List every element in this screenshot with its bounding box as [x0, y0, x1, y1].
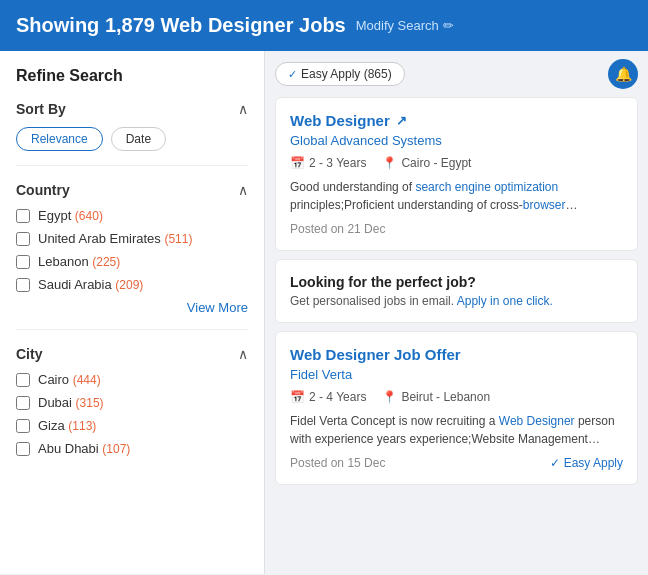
- location-icon-1: 📍: [382, 156, 397, 170]
- country-saudi: Saudi Arabia (209): [16, 277, 248, 292]
- check-icon: ✓: [288, 68, 297, 81]
- page-title: Showing 1,879 Web Designer Jobs: [16, 14, 346, 37]
- bell-icon: 🔔: [615, 66, 632, 82]
- city-abudhabi-label: Abu Dhabi (107): [38, 441, 130, 456]
- calendar-icon-1: 📅: [290, 156, 305, 170]
- sort-by-header: Sort By ∧: [16, 101, 248, 117]
- country-saudi-label: Saudi Arabia (209): [38, 277, 143, 292]
- job-title-1: Web Designer ↗: [290, 112, 623, 129]
- country-saudi-checkbox[interactable]: [16, 278, 30, 292]
- city-cairo-label: Cairo (444): [38, 372, 101, 387]
- experience-1: 📅 2 - 3 Years: [290, 156, 366, 170]
- country-uae: United Arab Emirates (511): [16, 231, 248, 246]
- sort-date-button[interactable]: Date: [111, 127, 166, 151]
- promo-title: Looking for the perfect job?: [290, 274, 623, 290]
- location-2: 📍 Beirut - Lebanon: [382, 390, 490, 404]
- sort-by-chevron-icon: ∧: [238, 101, 248, 117]
- job-meta-2: 📅 2 - 4 Years 📍 Beirut - Lebanon: [290, 390, 623, 404]
- sort-relevance-button[interactable]: Relevance: [16, 127, 103, 151]
- country-egypt-label: Egypt (640): [38, 208, 103, 223]
- country-lebanon-checkbox[interactable]: [16, 255, 30, 269]
- location-icon-2: 📍: [382, 390, 397, 404]
- sort-buttons: Relevance Date: [16, 127, 248, 151]
- country-egypt-checkbox[interactable]: [16, 209, 30, 223]
- city-abudhabi: Abu Dhabi (107): [16, 441, 248, 456]
- location-1: 📍 Cairo - Egypt: [382, 156, 471, 170]
- company-name-2[interactable]: Fidel Verta: [290, 367, 623, 382]
- main-layout: Refine Search Sort By ∧ Relevance Date C…: [0, 51, 648, 574]
- pencil-icon: ✏: [443, 18, 454, 33]
- country-chevron-icon: ∧: [238, 182, 248, 198]
- country-egypt: Egypt (640): [16, 208, 248, 223]
- job-description-2: Fidel Verta Concept is now recruiting a …: [290, 412, 623, 448]
- job-meta-1: 📅 2 - 3 Years 📍 Cairo - Egypt: [290, 156, 623, 170]
- job-footer-2: Posted on 15 Dec ✓ Easy Apply: [290, 456, 623, 470]
- city-cairo: Cairo (444): [16, 372, 248, 387]
- country-header: Country ∧: [16, 182, 248, 198]
- country-view-more[interactable]: View More: [16, 300, 248, 315]
- easy-apply-badge-2[interactable]: ✓ Easy Apply: [550, 456, 623, 470]
- company-name-1[interactable]: Global Advanced Systems: [290, 133, 623, 148]
- easy-apply-tag-label: Easy Apply (865): [301, 67, 392, 81]
- sort-by-section: Sort By ∧ Relevance Date: [16, 101, 248, 166]
- city-giza-checkbox[interactable]: [16, 419, 30, 433]
- city-cairo-checkbox[interactable]: [16, 373, 30, 387]
- experience-2: 📅 2 - 4 Years: [290, 390, 366, 404]
- modify-search-link[interactable]: Modify Search ✏: [356, 18, 454, 33]
- country-lebanon: Lebanon (225): [16, 254, 248, 269]
- job-title-text-1[interactable]: Web Designer: [290, 112, 390, 129]
- sidebar: Refine Search Sort By ∧ Relevance Date C…: [0, 51, 265, 574]
- easy-apply-filter-tag[interactable]: ✓ Easy Apply (865): [275, 62, 405, 86]
- city-chevron-icon: ∧: [238, 346, 248, 362]
- filter-bar: ✓ Easy Apply (865) 🔔: [275, 59, 638, 89]
- sort-by-label: Sort By: [16, 101, 66, 117]
- city-dubai: Dubai (315): [16, 395, 248, 410]
- promo-card: Looking for the perfect job? Get persona…: [275, 259, 638, 323]
- posted-date-1: Posted on 21 Dec: [290, 222, 623, 236]
- calendar-icon-2: 📅: [290, 390, 305, 404]
- right-panel: ✓ Easy Apply (865) 🔔 Web Designer ↗ Glob…: [265, 51, 648, 574]
- country-uae-label: United Arab Emirates (511): [38, 231, 192, 246]
- country-lebanon-label: Lebanon (225): [38, 254, 120, 269]
- city-section: City ∧ Cairo (444) Dubai (315) Giza (113…: [16, 346, 248, 478]
- job-description-1: Good understanding of search engine opti…: [290, 178, 623, 214]
- city-label: City: [16, 346, 42, 362]
- sidebar-title: Refine Search: [16, 67, 248, 85]
- country-label: Country: [16, 182, 70, 198]
- city-giza: Giza (113): [16, 418, 248, 433]
- job-card-2: Web Designer Job Offer Fidel Verta 📅 2 -…: [275, 331, 638, 485]
- posted-date-2: Posted on 15 Dec: [290, 456, 385, 470]
- job-title-text-2[interactable]: Web Designer Job Offer: [290, 346, 461, 363]
- country-uae-checkbox[interactable]: [16, 232, 30, 246]
- job-card-1: Web Designer ↗ Global Advanced Systems 📅…: [275, 97, 638, 251]
- city-dubai-label: Dubai (315): [38, 395, 104, 410]
- ext-link-icon-1: ↗: [396, 113, 407, 128]
- city-header: City ∧: [16, 346, 248, 362]
- bell-button[interactable]: 🔔: [608, 59, 638, 89]
- promo-link[interactable]: Apply in one click.: [457, 294, 553, 308]
- city-giza-label: Giza (113): [38, 418, 96, 433]
- easy-apply-check-icon: ✓: [550, 456, 560, 470]
- job-title-2: Web Designer Job Offer: [290, 346, 623, 363]
- country-section: Country ∧ Egypt (640) United Arab Emirat…: [16, 182, 248, 330]
- city-dubai-checkbox[interactable]: [16, 396, 30, 410]
- city-abudhabi-checkbox[interactable]: [16, 442, 30, 456]
- header: Showing 1,879 Web Designer Jobs Modify S…: [0, 0, 648, 51]
- promo-text: Get personalised jobs in email. Apply in…: [290, 294, 623, 308]
